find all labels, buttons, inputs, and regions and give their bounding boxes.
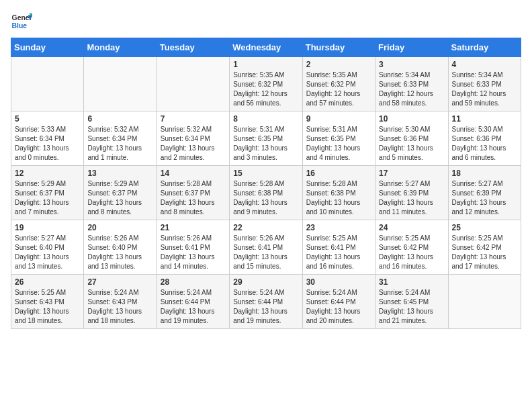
calendar-cell — [84, 57, 157, 111]
day-number: 10 — [379, 114, 444, 124]
calendar-table: SundayMondayTuesdayWednesdayThursdayFrid… — [11, 38, 521, 329]
day-info: Sunrise: 5:35 AM Sunset: 6:32 PM Dayligh… — [306, 71, 371, 108]
calendar-cell: 11Sunrise: 5:30 AM Sunset: 6:36 PM Dayli… — [448, 111, 521, 166]
calendar-week-row: 12Sunrise: 5:29 AM Sunset: 6:37 PM Dayli… — [11, 166, 521, 220]
weekday-header: Thursday — [302, 38, 375, 57]
day-info: Sunrise: 5:27 AM Sunset: 6:39 PM Dayligh… — [379, 179, 444, 217]
calendar-cell: 17Sunrise: 5:27 AM Sunset: 6:39 PM Dayli… — [375, 166, 448, 220]
calendar-week-row: 5Sunrise: 5:33 AM Sunset: 6:34 PM Daylig… — [11, 111, 521, 166]
day-info: Sunrise: 5:25 AM Sunset: 6:42 PM Dayligh… — [452, 234, 517, 271]
calendar-cell: 19Sunrise: 5:27 AM Sunset: 6:40 PM Dayli… — [11, 220, 84, 275]
calendar-header: SundayMondayTuesdayWednesdayThursdayFrid… — [11, 38, 521, 57]
day-number: 19 — [15, 223, 80, 232]
calendar-cell: 24Sunrise: 5:25 AM Sunset: 6:42 PM Dayli… — [375, 220, 448, 275]
logo: General Blue — [11, 11, 32, 32]
day-info: Sunrise: 5:34 AM Sunset: 6:33 PM Dayligh… — [452, 71, 517, 108]
day-info: Sunrise: 5:26 AM Sunset: 6:40 PM Dayligh… — [87, 234, 152, 271]
calendar-week-row: 19Sunrise: 5:27 AM Sunset: 6:40 PM Dayli… — [11, 220, 521, 275]
day-number: 6 — [87, 114, 152, 124]
calendar-week-row: 26Sunrise: 5:25 AM Sunset: 6:43 PM Dayli… — [11, 275, 521, 329]
day-info: Sunrise: 5:31 AM Sunset: 6:35 PM Dayligh… — [306, 125, 371, 163]
day-info: Sunrise: 5:29 AM Sunset: 6:37 PM Dayligh… — [87, 179, 152, 217]
calendar-cell: 8Sunrise: 5:31 AM Sunset: 6:35 PM Daylig… — [230, 111, 302, 166]
day-info: Sunrise: 5:29 AM Sunset: 6:37 PM Dayligh… — [15, 179, 80, 217]
calendar-cell: 6Sunrise: 5:32 AM Sunset: 6:34 PM Daylig… — [84, 111, 157, 166]
weekday-header: Wednesday — [230, 38, 302, 57]
calendar-cell: 20Sunrise: 5:26 AM Sunset: 6:40 PM Dayli… — [84, 220, 157, 275]
day-info: Sunrise: 5:30 AM Sunset: 6:36 PM Dayligh… — [452, 125, 517, 163]
calendar-cell: 2Sunrise: 5:35 AM Sunset: 6:32 PM Daylig… — [302, 57, 375, 111]
calendar-cell: 1Sunrise: 5:35 AM Sunset: 6:32 PM Daylig… — [230, 57, 302, 111]
weekday-header: Saturday — [448, 38, 521, 57]
calendar-cell: 10Sunrise: 5:30 AM Sunset: 6:36 PM Dayli… — [375, 111, 448, 166]
calendar-cell — [11, 57, 84, 111]
calendar-cell: 27Sunrise: 5:24 AM Sunset: 6:43 PM Dayli… — [84, 275, 157, 329]
day-info: Sunrise: 5:26 AM Sunset: 6:41 PM Dayligh… — [233, 234, 298, 271]
calendar-cell: 4Sunrise: 5:34 AM Sunset: 6:33 PM Daylig… — [448, 57, 521, 111]
day-number: 12 — [15, 169, 80, 178]
day-number: 22 — [233, 223, 298, 232]
day-info: Sunrise: 5:25 AM Sunset: 6:41 PM Dayligh… — [306, 234, 371, 271]
day-number: 23 — [306, 223, 371, 232]
day-number: 8 — [233, 114, 298, 124]
calendar-cell: 9Sunrise: 5:31 AM Sunset: 6:35 PM Daylig… — [302, 111, 375, 166]
day-number: 9 — [306, 114, 371, 124]
day-info: Sunrise: 5:35 AM Sunset: 6:32 PM Dayligh… — [233, 71, 298, 108]
calendar-cell: 23Sunrise: 5:25 AM Sunset: 6:41 PM Dayli… — [302, 220, 375, 275]
day-info: Sunrise: 5:24 AM Sunset: 6:44 PM Dayligh… — [161, 288, 226, 326]
calendar-cell — [448, 275, 521, 329]
day-number: 13 — [87, 169, 152, 178]
calendar-cell: 25Sunrise: 5:25 AM Sunset: 6:42 PM Dayli… — [448, 220, 521, 275]
calendar-cell: 13Sunrise: 5:29 AM Sunset: 6:37 PM Dayli… — [84, 166, 157, 220]
day-number: 15 — [233, 169, 298, 178]
day-number: 31 — [379, 277, 444, 287]
day-number: 18 — [452, 169, 517, 178]
day-info: Sunrise: 5:27 AM Sunset: 6:40 PM Dayligh… — [15, 234, 80, 271]
day-number: 25 — [452, 223, 517, 232]
calendar-cell: 7Sunrise: 5:32 AM Sunset: 6:34 PM Daylig… — [157, 111, 229, 166]
calendar-cell: 28Sunrise: 5:24 AM Sunset: 6:44 PM Dayli… — [157, 275, 229, 329]
day-info: Sunrise: 5:24 AM Sunset: 6:44 PM Dayligh… — [306, 288, 371, 326]
day-number: 4 — [452, 60, 517, 69]
svg-text:Blue: Blue — [12, 22, 28, 30]
calendar-cell: 22Sunrise: 5:26 AM Sunset: 6:41 PM Dayli… — [230, 220, 302, 275]
calendar-cell: 15Sunrise: 5:28 AM Sunset: 6:38 PM Dayli… — [230, 166, 302, 220]
page-header: General Blue — [11, 11, 521, 32]
day-number: 14 — [161, 169, 226, 178]
calendar-cell: 18Sunrise: 5:27 AM Sunset: 6:39 PM Dayli… — [448, 166, 521, 220]
day-info: Sunrise: 5:27 AM Sunset: 6:39 PM Dayligh… — [452, 179, 517, 217]
day-number: 28 — [161, 277, 226, 287]
day-number: 2 — [306, 60, 371, 69]
day-info: Sunrise: 5:31 AM Sunset: 6:35 PM Dayligh… — [233, 125, 298, 163]
day-info: Sunrise: 5:32 AM Sunset: 6:34 PM Dayligh… — [87, 125, 152, 163]
day-number: 26 — [15, 277, 80, 287]
calendar-cell — [157, 57, 229, 111]
day-info: Sunrise: 5:28 AM Sunset: 6:37 PM Dayligh… — [161, 179, 226, 217]
day-number: 27 — [87, 277, 152, 287]
day-info: Sunrise: 5:30 AM Sunset: 6:36 PM Dayligh… — [379, 125, 444, 163]
day-info: Sunrise: 5:25 AM Sunset: 6:42 PM Dayligh… — [379, 234, 444, 271]
day-number: 16 — [306, 169, 371, 178]
day-info: Sunrise: 5:33 AM Sunset: 6:34 PM Dayligh… — [15, 125, 80, 163]
logo-icon: General Blue — [11, 11, 32, 32]
day-info: Sunrise: 5:32 AM Sunset: 6:34 PM Dayligh… — [161, 125, 226, 163]
day-number: 20 — [87, 223, 152, 232]
day-info: Sunrise: 5:28 AM Sunset: 6:38 PM Dayligh… — [306, 179, 371, 217]
weekday-header: Friday — [375, 38, 448, 57]
calendar-body: 1Sunrise: 5:35 AM Sunset: 6:32 PM Daylig… — [11, 57, 521, 329]
day-info: Sunrise: 5:26 AM Sunset: 6:41 PM Dayligh… — [161, 234, 226, 271]
day-number: 7 — [161, 114, 226, 124]
calendar-cell: 30Sunrise: 5:24 AM Sunset: 6:44 PM Dayli… — [302, 275, 375, 329]
day-info: Sunrise: 5:24 AM Sunset: 6:44 PM Dayligh… — [233, 288, 298, 326]
day-info: Sunrise: 5:28 AM Sunset: 6:38 PM Dayligh… — [233, 179, 298, 217]
weekday-row: SundayMondayTuesdayWednesdayThursdayFrid… — [11, 38, 521, 57]
weekday-header: Tuesday — [157, 38, 229, 57]
day-info: Sunrise: 5:25 AM Sunset: 6:43 PM Dayligh… — [15, 288, 80, 326]
calendar-cell: 29Sunrise: 5:24 AM Sunset: 6:44 PM Dayli… — [230, 275, 302, 329]
day-number: 1 — [233, 60, 298, 69]
day-number: 21 — [161, 223, 226, 232]
day-number: 3 — [379, 60, 444, 69]
calendar-cell: 26Sunrise: 5:25 AM Sunset: 6:43 PM Dayli… — [11, 275, 84, 329]
calendar-week-row: 1Sunrise: 5:35 AM Sunset: 6:32 PM Daylig… — [11, 57, 521, 111]
day-number: 24 — [379, 223, 444, 232]
